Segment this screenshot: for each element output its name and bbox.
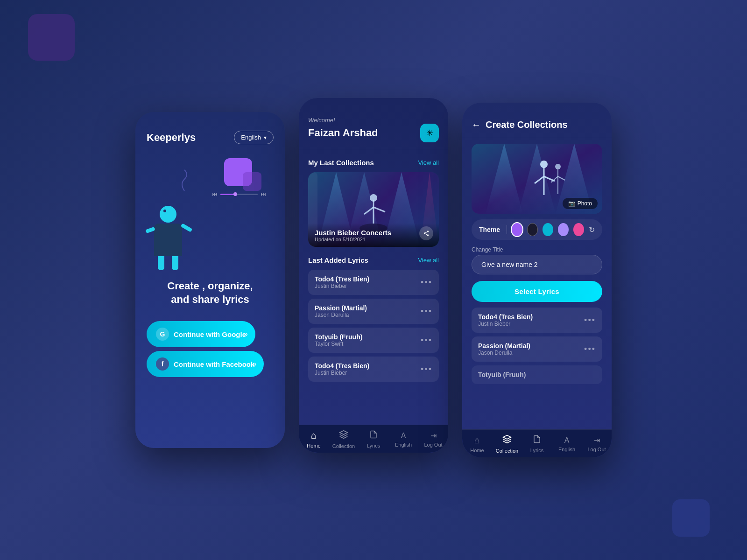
list-item[interactable]: Todo4 (Tres Bien) Justin Bieber ••• <box>472 308 602 333</box>
back-button[interactable]: ← <box>472 119 481 130</box>
lyrics-section-header: Last Added Lyrics View all <box>299 252 448 268</box>
lyrics-item-title: Totyuib (Fruuh) <box>478 371 526 378</box>
char-leg-right <box>172 256 178 270</box>
more-menu-icon[interactable]: ••• <box>584 344 596 354</box>
illustration-area: ⏮ ⏭ <box>135 154 285 275</box>
lyrics-item-info: Todo4 (Tres Bien) Justin Bieber <box>315 362 369 376</box>
svg-point-6 <box>370 194 377 202</box>
language-icon: A <box>401 432 406 440</box>
language-label: English <box>241 134 261 141</box>
prev-icon: ⏮ <box>212 191 218 197</box>
char-head <box>160 206 176 223</box>
svg-point-11 <box>427 234 429 236</box>
more-menu-icon[interactable]: ••• <box>421 307 432 316</box>
squiggle-icon <box>173 168 196 196</box>
list-item[interactable]: Todo4 (Tres Bien) Justin Bieber ••• <box>308 357 439 382</box>
lyrics-item-title: Todo4 (Tres Bien) <box>315 275 369 283</box>
nav-logout-3[interactable]: ⇥ Log Out <box>582 436 612 452</box>
bg-decoration-bottom-right <box>672 499 710 537</box>
google-login-button[interactable]: G Continue with Google » <box>147 321 255 347</box>
bottom-navigation-3: ⌂ Home Collection Lyrics <box>462 429 612 457</box>
nav-language-label: English <box>395 442 412 448</box>
nav-language[interactable]: A English <box>388 432 418 448</box>
lyrics-item-info: Totyuib (Fruuh) Taylor Swift <box>315 333 362 347</box>
more-menu-icon[interactable]: ••• <box>421 364 432 374</box>
theme-color-dark[interactable] <box>527 223 538 236</box>
collection-name-input[interactable] <box>472 255 602 274</box>
lyrics-item-info: Passion (Martial) Jason Derulla <box>315 304 367 318</box>
lyrics-item-title: Passion (Martial) <box>478 342 530 350</box>
layers-icon-3 <box>502 434 512 444</box>
collections-title: My Last Collections <box>308 159 374 167</box>
nav-collection-3[interactable]: Collection <box>492 434 522 454</box>
lyrics-icon <box>369 430 378 441</box>
nav-lyrics-3[interactable]: Lyrics <box>522 435 552 453</box>
nav-home-label: Home <box>307 443 320 448</box>
logout-icon-3: ⇥ <box>594 436 600 445</box>
app-tagline: Create , organize,and share lyrics <box>135 275 285 317</box>
char-arm-left <box>145 227 155 233</box>
svg-point-9 <box>427 231 429 232</box>
more-menu-icon[interactable]: ••• <box>421 278 432 287</box>
nav-home[interactable]: ⌂ Home <box>299 430 329 448</box>
username: Faizan Arshad <box>308 127 378 139</box>
bg-decoration-top-left <box>28 14 75 61</box>
share-button[interactable] <box>419 226 433 240</box>
list-item[interactable]: Passion (Martial) Jason Derulla ••• <box>472 336 602 362</box>
svg-line-13 <box>425 232 427 233</box>
nav-logout[interactable]: ⇥ Log Out <box>418 431 448 448</box>
char-leg-left <box>158 256 164 270</box>
list-item[interactable]: Passion (Martial) Jason Derulla ••• <box>308 299 439 324</box>
concert-date: Updated on 5/10/2021 <box>315 237 432 242</box>
collection-cover-image: 📷 Photo <box>472 144 602 214</box>
nav-language-3[interactable]: A English <box>552 436 582 452</box>
view-all-collections[interactable]: View all <box>418 159 439 166</box>
nav-logout-label: Log Out <box>424 442 442 448</box>
sparkle-button[interactable]: ✳ <box>420 124 439 142</box>
phone-create-collection: ← Create Collections <box>462 103 612 457</box>
refresh-theme-icon[interactable]: ↻ <box>589 225 595 234</box>
facebook-login-button[interactable]: f Continue with Facebook » <box>147 351 264 377</box>
theme-color-lavender[interactable] <box>558 223 569 236</box>
nav-logout-label-3: Log Out <box>587 447 606 452</box>
language-selector[interactable]: English <box>234 131 274 144</box>
nav-collection-label-3: Collection <box>496 448 518 454</box>
select-lyrics-button[interactable]: Select Lyrics <box>472 281 602 302</box>
collection-icon <box>339 430 348 441</box>
theme-color-cyan[interactable] <box>543 223 553 236</box>
list-item[interactable]: Todo4 (Tres Bien) Justin Bieber ••• <box>308 270 439 295</box>
create-collection-header: ← Create Collections <box>462 103 612 137</box>
theme-color-purple[interactable] <box>512 223 522 236</box>
nav-language-label-3: English <box>558 447 575 452</box>
nav-collection[interactable]: Collection <box>329 430 359 449</box>
nav-collection-label: Collection <box>332 443 355 449</box>
bottom-navigation: ⌂ Home Collection Lyrics <box>299 425 448 453</box>
google-btn-label: Continue with Google <box>174 330 246 338</box>
progress-dot <box>233 192 237 196</box>
concert-card[interactable]: Justin Bieber Concerts Updated on 5/10/2… <box>308 172 439 247</box>
view-all-lyrics[interactable]: View all <box>418 257 439 264</box>
nav-lyrics[interactable]: Lyrics <box>359 430 388 448</box>
nav-lyrics-label-3: Lyrics <box>530 448 543 453</box>
lyrics-item-title: Totyuib (Fruuh) <box>315 333 362 341</box>
phone-login: Keeperlys English ⏮ ⏭ <box>135 112 285 448</box>
more-menu-icon[interactable]: ••• <box>584 315 596 325</box>
list-item[interactable]: Totyuib (Fruuh) Taylor Swift ••• <box>308 328 439 353</box>
theme-color-pink[interactable] <box>573 223 584 236</box>
collection-icon-3 <box>502 434 512 446</box>
nav-home-3[interactable]: ⌂ Home <box>462 435 492 453</box>
theme-selector: Theme ↻ <box>472 219 602 240</box>
more-menu-icon[interactable]: ••• <box>421 336 432 345</box>
photo-label: Photo <box>578 200 592 207</box>
collection-lyrics-list: Todo4 (Tres Bien) Justin Bieber ••• Pass… <box>462 308 612 384</box>
photo-button[interactable]: 📷 Photo <box>563 198 598 209</box>
facebook-btn-label: Continue with Facebook <box>174 360 254 368</box>
login-header: Keeperlys English <box>135 112 285 154</box>
phones-container: Keeperlys English ⏮ ⏭ <box>135 103 612 457</box>
lyrics-item-title: Todo4 (Tres Bien) <box>478 313 533 321</box>
list-item[interactable]: Totyuib (Fruuh) <box>472 365 602 384</box>
chevron-down-icon <box>264 134 267 141</box>
phone-home: Welcome! Faizan Arshad ✳ My Last Collect… <box>299 98 448 453</box>
arrow-icon-fb: » <box>252 360 256 368</box>
change-title-label: Change Title <box>462 244 612 255</box>
